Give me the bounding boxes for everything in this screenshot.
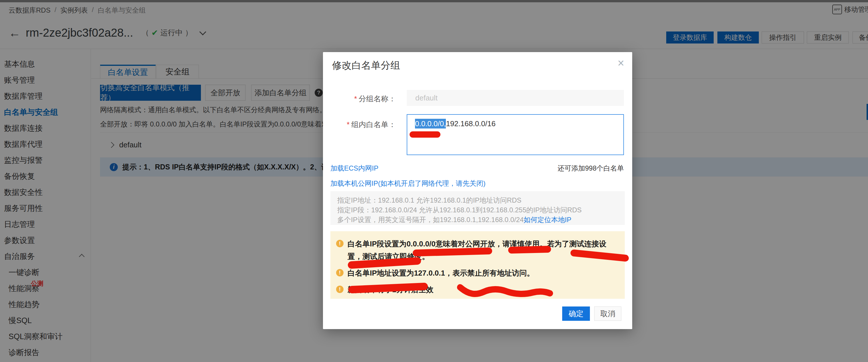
remaining-whitelist-counter: 还可添加998个白名单 [558, 164, 624, 173]
load-ecs-ip-link[interactable]: 加载ECS内网IP [331, 164, 378, 173]
warning-text: 白名单IP段设置为0.0.0.0/0意味着对公网开放，请谨慎使用。若为了测试连接… [347, 238, 619, 263]
group-ips-textarea[interactable]: 0.0.0.0/0,192.168.0.0/16 [407, 114, 624, 155]
unselected-ip-text: 192.168.0.0/16 [446, 119, 496, 128]
group-name-input: default [407, 90, 624, 106]
textarea-content: 0.0.0.0/0,192.168.0.0/16 [415, 119, 496, 128]
help-line-multi-text: 多个IP设置，用英文逗号隔开，如192.168.0.1,192.168.0.0/… [337, 216, 524, 223]
group-ips-label: *组内白名单： [323, 120, 396, 130]
required-mark: * [354, 94, 357, 103]
warning-icon: ! [336, 286, 344, 293]
confirm-button[interactable]: 确定 [562, 306, 590, 321]
load-local-ip-link[interactable]: 加载本机公网IP(如本机开启了网络代理，请先关闭) [331, 179, 486, 188]
locate-local-ip-link[interactable]: 如何定位本地IP [524, 216, 571, 223]
selected-ip-text: 0.0.0.0/0, [415, 119, 446, 129]
modal-title: 修改白名单分组 [332, 59, 400, 72]
edit-whitelist-group-modal: 修改白名单分组 × *分组名称： default *组内白名单： 0.0.0.0… [323, 52, 632, 329]
warning-text: 新白名单将于1分钟后生效 [347, 283, 433, 296]
help-line-multi: 多个IP设置，用英文逗号隔开，如192.168.0.1,192.168.0.0/… [337, 215, 618, 225]
rds-console-page: 云数据库RDS / 实例列表 / 白名单与安全组 APP 移动管理 ← rm-2… [0, 0, 868, 362]
warning-icon: ! [336, 269, 344, 276]
close-icon[interactable]: × [618, 57, 624, 69]
help-line-ip: 指定IP地址：192.168.0.1 允许192.168.0.1的IP地址访问R… [337, 195, 618, 205]
help-line-cidr: 指定IP段：192.168.0.0/24 允许从192.168.0.1到192.… [337, 205, 618, 215]
warning-row-public-open: ! 白名单IP段设置为0.0.0.0/0意味着对公网开放，请谨慎使用。若为了测试… [336, 238, 619, 263]
warning-box: ! 白名单IP段设置为0.0.0.0/0意味着对公网开放，请谨慎使用。若为了测试… [331, 231, 625, 299]
warning-row-effective-time: ! 新白名单将于1分钟后生效 [336, 283, 619, 296]
ip-format-help-box: 指定IP地址：192.168.0.1 允许192.168.0.1的IP地址访问R… [331, 191, 625, 225]
cancel-button[interactable]: 取消 [594, 306, 621, 321]
group-name-label-text: 分组名称： [359, 94, 396, 103]
group-name-label: *分组名称： [323, 94, 396, 104]
warning-icon: ! [336, 240, 344, 247]
required-mark: * [347, 120, 349, 129]
group-ips-label-text: 组内白名单： [351, 120, 396, 129]
warning-text: 白名单IP地址设置为127.0.0.1，表示禁止所有地址访问。 [347, 267, 534, 279]
warning-row-loopback: ! 白名单IP地址设置为127.0.0.1，表示禁止所有地址访问。 [336, 267, 619, 279]
